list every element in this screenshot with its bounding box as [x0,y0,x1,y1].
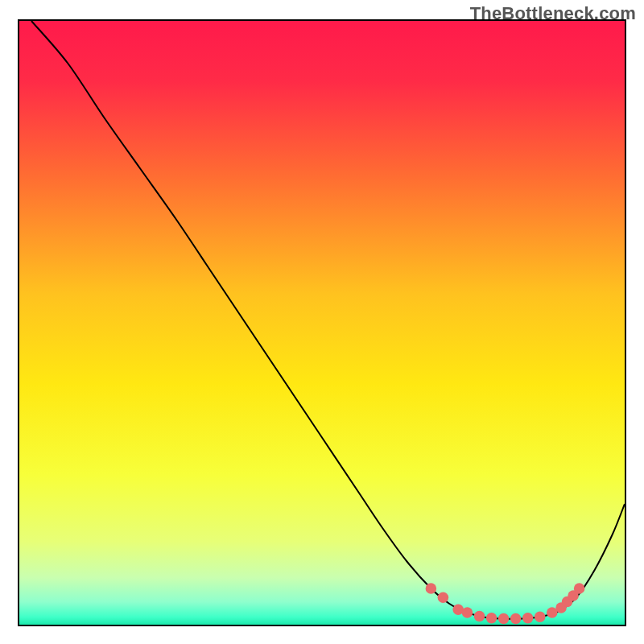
valley-dot [486,613,497,624]
valley-dot [535,611,546,622]
valley-dot [522,613,534,624]
valley-dot [426,583,437,594]
valley-dot [510,613,522,625]
watermark-text: TheBottleneck.com [470,3,636,24]
bottleneck-curve-path [31,21,625,619]
valley-dot [574,583,585,594]
chart-frame: TheBottleneck.com [0,0,644,644]
valley-dot [498,613,510,625]
valley-dot [462,607,473,618]
valley-dot [474,611,485,622]
curve-layer [19,21,625,625]
valley-dot [438,592,449,604]
plot-area [18,19,626,626]
